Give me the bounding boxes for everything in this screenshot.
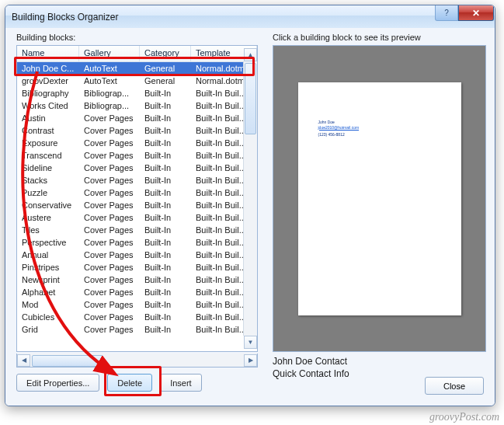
cell-name: Annual: [17, 249, 79, 261]
hscroll-thumb[interactable]: [32, 355, 103, 367]
table-row[interactable]: ExposureCover PagesBuilt-InBuilt-In Buil…: [17, 137, 257, 149]
scroll-down-arrow-icon[interactable]: ▼: [244, 336, 257, 349]
cell-category: Built-In: [140, 249, 191, 261]
preview-meta-name: John Doe Contact: [273, 355, 349, 368]
cell-gallery: Cover Pages: [79, 249, 140, 261]
horizontal-scrollbar[interactable]: ◀ ▶: [16, 354, 258, 368]
cell-category: General: [140, 62, 191, 75]
table-row[interactable]: AnnualCover PagesBuilt-InBuilt-In Buil..…: [17, 249, 257, 261]
cell-name: Bibliography: [17, 87, 79, 99]
cell-category: Built-In: [140, 112, 191, 124]
dialog-building-blocks-organizer: Building Blocks Organizer ? ✕ Building b…: [5, 5, 495, 406]
column-header-category[interactable]: Category: [140, 46, 191, 61]
table-row[interactable]: AustinCover PagesBuilt-InBuilt-In Buil..…: [17, 112, 257, 124]
cell-gallery: Cover Pages: [79, 286, 140, 298]
cell-name: Grid: [17, 323, 79, 336]
cell-category: Built-In: [140, 137, 191, 149]
table-row[interactable]: SidelineCover PagesBuilt-InBuilt-In Buil…: [17, 162, 257, 174]
window-close-button[interactable]: ✕: [458, 5, 494, 21]
preview-pane: John Doe jdoe2010@hotmail.com (123) 456-…: [273, 45, 486, 352]
cell-gallery: Cover Pages: [79, 236, 140, 249]
table-row[interactable]: Works CitedBibliograp...Built-InBuilt-In…: [17, 99, 257, 112]
table-row[interactable]: John Doe C...AutoTextGeneralNormal.dotm: [17, 62, 257, 75]
cell-category: Built-In: [140, 87, 191, 99]
titlebar[interactable]: Building Blocks Organizer ? ✕: [5, 5, 495, 29]
cell-gallery: Cover Pages: [79, 273, 140, 286]
edit-properties-button[interactable]: Edit Properties...: [16, 374, 99, 392]
column-headers[interactable]: Name Gallery Category Template: [17, 46, 257, 62]
cell-name: Perspective: [17, 236, 79, 249]
vertical-scrollbar[interactable]: ▲ ▼: [243, 61, 257, 336]
table-row[interactable]: StacksCover PagesBuilt-InBuilt-In Buil..…: [17, 174, 257, 186]
cell-name: Conservative: [17, 199, 79, 211]
cell-category: Built-In: [140, 186, 191, 199]
table-row[interactable]: GridCover PagesBuilt-InBuilt-In Buil...: [17, 323, 257, 336]
cell-gallery: Cover Pages: [79, 112, 140, 124]
cell-name: Contrast: [17, 124, 79, 137]
cell-name: groovDexter: [17, 75, 79, 87]
table-row[interactable]: ContrastCover PagesBuilt-InBuilt-In Buil…: [17, 124, 257, 137]
cell-gallery: Cover Pages: [79, 174, 140, 186]
building-blocks-list[interactable]: Name Gallery Category Template John Doe …: [16, 45, 258, 352]
cell-category: Built-In: [140, 211, 191, 224]
cell-category: Built-In: [140, 261, 191, 273]
cell-name: John Doe C...: [17, 62, 79, 75]
table-row[interactable]: PerspectiveCover PagesBuilt-InBuilt-In B…: [17, 236, 257, 249]
scroll-up-arrow-icon[interactable]: ▲: [244, 48, 257, 61]
cell-category: Built-In: [140, 286, 191, 298]
cell-category: Built-In: [140, 236, 191, 249]
table-row[interactable]: PinstripesCover PagesBuilt-InBuilt-In Bu…: [17, 261, 257, 273]
table-row[interactable]: AlphabetCover PagesBuilt-InBuilt-In Buil…: [17, 286, 257, 298]
table-row[interactable]: PuzzleCover PagesBuilt-InBuilt-In Buil..…: [17, 186, 257, 199]
scroll-left-arrow-icon[interactable]: ◀: [17, 354, 30, 367]
cell-gallery: Cover Pages: [79, 186, 140, 199]
cell-gallery: Cover Pages: [79, 311, 140, 323]
table-row[interactable]: TranscendCover PagesBuilt-InBuilt-In Bui…: [17, 149, 257, 162]
cell-category: Built-In: [140, 199, 191, 211]
cell-gallery: Cover Pages: [79, 124, 140, 137]
table-row[interactable]: groovDexterAutoTextGeneralNormal.dotm: [17, 75, 257, 87]
building-blocks-label: Building blocks:: [16, 33, 75, 42]
cell-gallery: Cover Pages: [79, 224, 140, 236]
cell-gallery: Bibliograp...: [79, 99, 140, 112]
cell-category: Built-In: [140, 174, 191, 186]
table-row[interactable]: ModCover PagesBuilt-InBuilt-In Buil...: [17, 298, 257, 311]
cell-name: Austere: [17, 211, 79, 224]
cell-name: Transcend: [17, 149, 79, 162]
preview-hint-label: Click a building block to see its previe…: [273, 33, 421, 42]
column-header-gallery[interactable]: Gallery: [79, 46, 140, 61]
cell-name: Sideline: [17, 162, 79, 174]
close-button[interactable]: Close: [425, 377, 484, 395]
cell-name: Exposure: [17, 137, 79, 149]
insert-button[interactable]: Insert: [160, 374, 202, 392]
cell-gallery: Cover Pages: [79, 211, 140, 224]
cell-name: Alphabet: [17, 286, 79, 298]
column-header-name[interactable]: Name: [17, 46, 79, 61]
table-row[interactable]: AustereCover PagesBuilt-InBuilt-In Buil.…: [17, 211, 257, 224]
scroll-thumb[interactable]: [245, 63, 256, 134]
preview-line-2: jdoe2010@hotmail.com: [318, 125, 360, 130]
cell-name: Mod: [17, 298, 79, 311]
cell-gallery: AutoText: [79, 62, 140, 75]
help-button[interactable]: ?: [435, 5, 458, 21]
preview-meta-desc: Quick Contact Info: [273, 368, 349, 380]
cell-name: Stacks: [17, 174, 79, 186]
cell-name: Tiles: [17, 224, 79, 236]
cell-category: Built-In: [140, 224, 191, 236]
cell-gallery: Cover Pages: [79, 298, 140, 311]
cell-name: Newsprint: [17, 273, 79, 286]
scroll-right-arrow-icon[interactable]: ▶: [244, 354, 257, 367]
table-row[interactable]: TilesCover PagesBuilt-InBuilt-In Buil...: [17, 224, 257, 236]
table-row[interactable]: CubiclesCover PagesBuilt-InBuilt-In Buil…: [17, 311, 257, 323]
table-row[interactable]: BibliographyBibliograp...Built-InBuilt-I…: [17, 87, 257, 99]
cell-gallery: Cover Pages: [79, 323, 140, 336]
cell-category: Built-In: [140, 99, 191, 112]
table-row[interactable]: NewsprintCover PagesBuilt-InBuilt-In Bui…: [17, 273, 257, 286]
delete-button[interactable]: Delete: [107, 374, 152, 392]
preview-meta: John Doe Contact Quick Contact Info: [273, 355, 349, 380]
table-row[interactable]: ConservativeCover PagesBuilt-InBuilt-In …: [17, 199, 257, 211]
watermark: groovyPost.com: [429, 411, 499, 423]
cell-category: Built-In: [140, 124, 191, 137]
cell-category: Built-In: [140, 149, 191, 162]
cell-category: Built-In: [140, 298, 191, 311]
